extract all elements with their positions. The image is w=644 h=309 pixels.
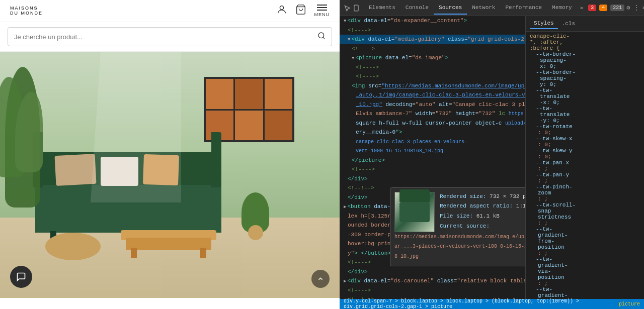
html-line: <!---->: [340, 26, 525, 35]
warning-count: 4: [602, 5, 605, 11]
devtools-cursor-icon[interactable]: [344, 4, 351, 12]
devtools-tabs: Elements Console Sources Network Perform…: [364, 2, 586, 15]
picture-badge: picture: [619, 301, 640, 307]
devtools-statusbar: div.y-col-span-7 > block.laptop > block.…: [340, 299, 644, 309]
html-line: </div>: [340, 174, 525, 184]
tooltip-size-val: 732 × 732 px: [490, 193, 526, 199]
html-line: <!---->: [340, 286, 525, 295]
header-icons: MENU: [276, 4, 330, 18]
html-line: <!---->: [340, 44, 525, 54]
html-line[interactable]: ▶<div data-el="ds-carousel" class="relat…: [340, 276, 525, 286]
tooltip-source-val: https://medias.maisonsdumonde.com/imag e…: [394, 234, 526, 260]
html-line[interactable]: ▼<picture data-el="ds-image">: [340, 53, 525, 63]
main-product-image: [0, 52, 340, 298]
html-line: <!---->: [340, 165, 525, 174]
tab-console[interactable]: Console: [400, 2, 434, 15]
website-panel: MAISONS DU MONDE: [0, 0, 340, 309]
style-rule-hover: canape-clic-*, :after,:before { --tw-bor…: [526, 32, 644, 299]
style-selector: canape-clic-*, :after,:before {: [530, 33, 640, 51]
info-count: 221: [613, 5, 622, 11]
html-line: <!---->: [340, 63, 525, 72]
chat-button[interactable]: [10, 266, 32, 288]
logo-text: MAISONS DU MONDE: [10, 6, 43, 16]
devtools-icons-right: ⚙ ⋮ ✕: [626, 4, 644, 12]
html-line: ery__media-0">: [340, 128, 525, 137]
img-thumbnail: [394, 192, 435, 232]
tab-elements[interactable]: Elements: [364, 2, 400, 15]
site-header: MAISONS DU MONDE: [0, 0, 340, 22]
tab-more[interactable]: »: [577, 3, 587, 13]
elements-panel[interactable]: ▼<div data-el="ds-expander__content"> <!…: [340, 16, 526, 299]
html-line[interactable]: ▼<div data-el="ds-expander__content">: [340, 16, 525, 26]
devtools-device-icon[interactable]: [353, 4, 360, 12]
tooltip-source-label: Current source:: [440, 223, 490, 229]
close-icon[interactable]: ✕: [642, 4, 644, 12]
devtools-panel: Elements Console Sources Network Perform…: [340, 0, 644, 309]
html-line: <!---->: [340, 72, 525, 81]
tab-performance[interactable]: Performance: [500, 2, 547, 15]
svg-point-2: [318, 33, 324, 38]
devtools-topbar: Elements Console Sources Network Perform…: [340, 0, 644, 16]
tab-sources[interactable]: Sources: [434, 2, 467, 15]
warning-badge: 4: [599, 5, 607, 11]
search-input-wrap: [8, 27, 332, 46]
tooltip-filesize-val: 61.1 kB: [476, 213, 500, 219]
error-badge: 3: [588, 5, 596, 11]
html-line: </picture>: [340, 156, 525, 165]
html-line: _10.jpg" decoding="auto" alt="Canapé cli…: [340, 100, 525, 110]
info-badge: 221: [610, 5, 624, 11]
svg-rect-4: [354, 5, 358, 11]
search-button[interactable]: [317, 32, 326, 42]
html-line[interactable]: ▼<div data-el="media-gallery" class="gri…: [340, 35, 525, 44]
menu-button[interactable]: MENU: [314, 5, 330, 17]
tooltip-ratio-val: 1:1: [516, 203, 526, 209]
collapse-icon[interactable]: ▶: [344, 204, 346, 210]
image-tooltip: Rendered size: 732 × 732 px Rendered asp…: [390, 187, 526, 266]
statusbar-text: div.y-col-span-7 > block.laptop > block.…: [344, 298, 619, 309]
logo[interactable]: MAISONS DU MONDE: [10, 6, 43, 16]
html-line: vert-1000-16-15-198168_10.jpg: [340, 146, 525, 156]
cart-icon[interactable]: [295, 4, 306, 18]
tab-computed[interactable]: .cls: [558, 19, 579, 29]
expand-icon[interactable]: ▼: [348, 37, 350, 42]
html-line: </div>: [340, 267, 525, 277]
more-icon[interactable]: ⋮: [633, 4, 639, 12]
html-line: _auto,,1/img/canape-clic-clac-3-places-e…: [340, 90, 525, 100]
devtools-main: ▼<div data-el="ds-expander__content"> <!…: [340, 16, 644, 299]
collapse-icon[interactable]: ▶: [344, 279, 346, 284]
user-icon[interactable]: [276, 4, 287, 18]
styles-panel: Styles .cls canape-clic-*, :after,:befor…: [526, 16, 644, 299]
expand-icon[interactable]: ▼: [352, 56, 354, 61]
search-input[interactable]: [14, 33, 313, 41]
tooltip-filesize-label: File size:: [440, 213, 473, 219]
settings-icon[interactable]: ⚙: [626, 4, 630, 12]
html-line: Elvis ambiance-7" width="732" height="73…: [340, 109, 525, 119]
tab-styles[interactable]: Styles: [530, 18, 558, 29]
tooltip-ratio-label: Rendered aspect ratio:: [440, 203, 513, 209]
tooltip-size-label: Rendered size:: [440, 193, 486, 199]
tab-memory[interactable]: Memory: [547, 2, 577, 15]
html-line: square h-full w-full cursor-pointer obje…: [340, 119, 525, 128]
scroll-top-button[interactable]: [311, 270, 330, 288]
error-count: 3: [591, 5, 594, 11]
expand-icon[interactable]: ▼: [344, 19, 346, 24]
svg-point-0: [280, 6, 283, 10]
search-bar: [0, 22, 340, 52]
styles-header: Styles .cls: [526, 16, 644, 32]
html-line: canape-clic-clac-3-places-en-velours-: [340, 137, 525, 147]
tab-network[interactable]: Network: [467, 2, 500, 15]
html-line-img[interactable]: <img src="https://medias.maisonsdumonde.…: [340, 81, 525, 91]
svg-line-3: [323, 37, 325, 39]
devtools-badges: 3 4 221: [588, 5, 624, 11]
